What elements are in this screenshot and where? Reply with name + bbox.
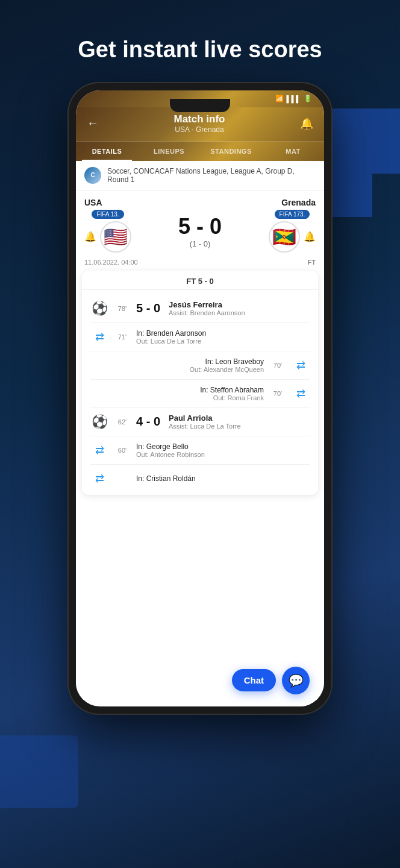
home-team-name: USA: [84, 198, 161, 207]
soccer-ball-icon: ⚽: [92, 301, 108, 316]
event-row: ⇄ In: Cristian Roldán: [82, 465, 318, 492]
header-bar: ← Match info USA - Grenada 🔔: [76, 107, 324, 141]
event-minute: 71': [114, 333, 130, 341]
substitution-icon: ⇄: [95, 330, 104, 344]
home-flag-bell: 🔔 🇺🇸: [84, 221, 131, 253]
match-status: FT: [308, 259, 316, 266]
event-detail: In: George Bello Out: Antonee Robinson: [136, 442, 310, 458]
tab-standings[interactable]: STANDINGS: [200, 142, 262, 161]
event-detail: In: Brenden Aaronson Out: Luca De La Tor…: [136, 329, 310, 345]
score-center: 5 - 0 (1 - 0): [178, 214, 222, 248]
sub-icon-left3: ⇄: [90, 470, 108, 488]
event-row: ⚽ 78' 5 - 0 Jesús Ferreira Assist: Brend…: [82, 295, 318, 322]
goal-icon2: ⚽: [90, 413, 108, 431]
event-sub-out: Out: Alexander McQueen: [90, 366, 264, 373]
chat-button[interactable]: Chat: [232, 669, 276, 691]
event-minute: 70': [270, 390, 286, 397]
match-date: 11.06.2022. 04:00: [84, 259, 138, 266]
event-sub-out: Out: Luca De La Torre: [136, 338, 310, 345]
substitution-icon: ⇄: [296, 387, 305, 400]
away-team-name: Grenada: [239, 198, 316, 207]
event-minute: 78': [114, 305, 130, 312]
header-title: Match info: [99, 113, 300, 125]
substitution-icon: ⇄: [95, 472, 104, 485]
sub-icon-right: ⇄: [292, 356, 310, 374]
page-headline: Get instant live scores: [54, 36, 346, 64]
bg-decoration2: [0, 735, 78, 808]
match-content: C Soccer, CONCACAF Nations League, Leagu…: [76, 161, 324, 700]
chat-fab: Chat 💬: [232, 667, 310, 694]
event-row: ⇄ 70' In: Leon Braveboy Out: Alexander M…: [82, 351, 318, 379]
league-info: C Soccer, CONCACAF Nations League, Leagu…: [76, 161, 324, 190]
phone-screen: 📶 ▌▌▌ 🔋 ← Match info USA - Grenada 🔔 DET…: [76, 90, 324, 706]
sub-icon-left: ⇄: [90, 328, 108, 346]
event-row: ⇄ 60' In: George Bello Out: Antonee Robi…: [82, 436, 318, 464]
tabs-bar: DETAILS LINEUPS STANDINGS MAT: [76, 141, 324, 161]
teams-section: USA Grenada: [76, 190, 324, 210]
home-team-area: FIFA 13. 🔔 🇺🇸: [84, 210, 131, 253]
home-flag: 🇺🇸: [100, 221, 131, 253]
home-fifa-badge: FIFA 13.: [92, 210, 123, 219]
event-score: 5 - 0: [136, 301, 163, 315]
event-player: Paul Arriola: [169, 414, 310, 423]
away-fifa-badge: FIFA 173.: [275, 210, 310, 219]
soccer-ball-icon: ⚽: [92, 414, 108, 430]
event-score: 4 - 0: [136, 415, 163, 429]
event-sub-in: In: Steffon Abraham: [90, 386, 264, 394]
goal-icon: ⚽: [90, 300, 108, 318]
event-sub-out: Out: Antonee Robinson: [136, 451, 310, 458]
back-button[interactable]: ←: [87, 116, 99, 130]
event-minute: 60': [114, 447, 130, 454]
event-minute: 70': [270, 362, 286, 369]
status-icons: 📶 ▌▌▌ 🔋: [275, 95, 312, 102]
signal-icon: ▌▌▌: [287, 95, 301, 102]
away-flag: 🇬🇩: [269, 221, 300, 253]
away-flag-bell: 🇬🇩 🔔: [269, 221, 316, 253]
event-sub-in: In: Cristian Roldán: [136, 474, 310, 483]
substitution-icon: ⇄: [296, 359, 305, 372]
score-area: FIFA 13. 🔔 🇺🇸 5 - 0 (1 - 0) FIFA 173. 🇬🇩: [76, 210, 324, 256]
event-sub-out: Out: Roma Frank: [90, 394, 264, 401]
header-title-group: Match info USA - Grenada: [99, 113, 300, 134]
tab-mat[interactable]: MAT: [262, 142, 324, 161]
event-row: ⇄ 70' In: Steffon Abraham Out: Roma Fran…: [82, 380, 318, 407]
chat-message-icon: 💬: [289, 673, 304, 688]
league-logo-icon: C: [84, 167, 101, 184]
chat-icon-button[interactable]: 💬: [282, 667, 310, 694]
league-text: Soccer, CONCACAF Nations League, League …: [107, 167, 316, 184]
event-sub-in: In: George Bello: [136, 442, 310, 451]
score-half: (1 - 0): [178, 239, 222, 248]
event-detail: In: Cristian Roldán: [136, 474, 310, 483]
event-row: ⇄ 71' In: Brenden Aaronson Out: Luca De …: [82, 323, 318, 351]
header-subtitle: USA - Grenada: [99, 125, 300, 134]
events-card: FT 5 - 0 ⚽ 78' 5 - 0 Jesús Ferreira Assi…: [82, 271, 318, 495]
event-detail: Jesús Ferreira Assist: Brenden Aaronson: [169, 300, 310, 316]
away-bell-icon[interactable]: 🔔: [304, 231, 316, 242]
score-main: 5 - 0: [178, 214, 222, 239]
sub-icon-left2: ⇄: [90, 441, 108, 459]
notch: [170, 99, 230, 112]
away-team-area: FIFA 173. 🇬🇩 🔔: [269, 210, 316, 253]
match-meta: 11.06.2022. 04:00 FT: [76, 256, 324, 271]
event-detail: In: Steffon Abraham Out: Roma Frank: [90, 386, 264, 401]
event-row: ⚽ 62' 4 - 0 Paul Arriola Assist: Luca De…: [82, 408, 318, 436]
event-assist: Assist: Luca De La Torre: [169, 423, 310, 430]
ft-header: FT 5 - 0: [82, 277, 318, 290]
event-sub-in: In: Leon Braveboy: [90, 357, 264, 366]
tab-details[interactable]: DETAILS: [76, 142, 138, 161]
notification-bell-icon[interactable]: 🔔: [300, 117, 313, 130]
sub-icon-right2: ⇄: [292, 385, 310, 403]
event-detail: Paul Arriola Assist: Luca De La Torre: [169, 414, 310, 430]
event-minute: 62': [114, 418, 130, 426]
substitution-icon: ⇄: [95, 444, 104, 457]
event-assist: Assist: Brenden Aaronson: [169, 309, 310, 316]
event-detail: In: Leon Braveboy Out: Alexander McQueen: [90, 357, 264, 373]
wifi-icon: 📶: [275, 95, 284, 102]
phone-wrapper: 📶 ▌▌▌ 🔋 ← Match info USA - Grenada 🔔 DET…: [67, 82, 333, 715]
event-player: Jesús Ferreira: [169, 300, 310, 309]
battery-icon: 🔋: [304, 95, 312, 102]
event-sub-in: In: Brenden Aaronson: [136, 329, 310, 338]
tab-lineups[interactable]: LINEUPS: [138, 142, 200, 161]
home-bell-icon[interactable]: 🔔: [84, 231, 96, 242]
